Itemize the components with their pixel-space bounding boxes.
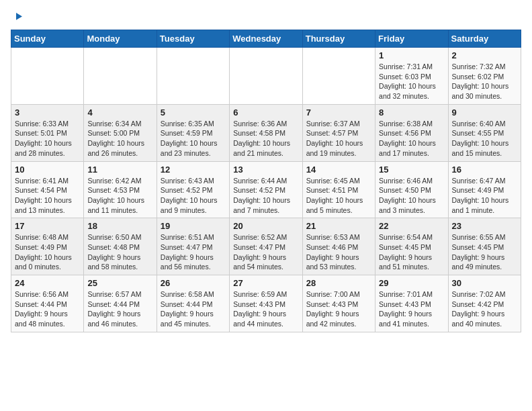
calendar-day-11: 11Sunrise: 6:42 AMSunset: 4:53 PMDayligh… <box>84 161 157 218</box>
calendar-day-8: 8Sunrise: 6:38 AMSunset: 4:56 PMDaylight… <box>375 104 448 161</box>
day-number: 30 <box>452 278 517 288</box>
calendar-day-16: 16Sunrise: 6:47 AMSunset: 4:49 PMDayligh… <box>448 161 521 218</box>
day-info: Sunrise: 7:31 AMSunset: 6:03 PMDaylight:… <box>379 62 444 101</box>
day-info: Sunrise: 6:38 AMSunset: 4:56 PMDaylight:… <box>379 119 444 158</box>
calendar-day-28: 28Sunrise: 7:00 AMSunset: 4:43 PMDayligh… <box>302 275 375 332</box>
day-info: Sunrise: 6:57 AMSunset: 4:44 PMDaylight:… <box>87 289 152 329</box>
day-info: Sunrise: 6:34 AMSunset: 5:00 PMDaylight:… <box>87 119 152 158</box>
day-number: 12 <box>161 165 226 175</box>
day-info: Sunrise: 6:37 AMSunset: 4:57 PMDaylight:… <box>306 119 371 158</box>
day-number: 22 <box>379 221 444 231</box>
empty-cell <box>11 48 84 105</box>
day-number: 8 <box>379 107 444 118</box>
calendar-day-6: 6Sunrise: 6:36 AMSunset: 4:58 PMDaylight… <box>230 104 302 161</box>
day-info: Sunrise: 6:42 AMSunset: 4:53 PMDaylight:… <box>87 176 152 216</box>
day-number: 20 <box>233 221 298 231</box>
day-info: Sunrise: 6:48 AMSunset: 4:49 PMDaylight:… <box>15 232 80 272</box>
calendar-week-3: 10Sunrise: 6:41 AMSunset: 4:54 PMDayligh… <box>11 161 521 218</box>
day-number: 21 <box>306 221 371 231</box>
day-number: 28 <box>306 278 371 288</box>
day-info: Sunrise: 6:55 AMSunset: 4:45 PMDaylight:… <box>452 232 517 272</box>
calendar-day-12: 12Sunrise: 6:43 AMSunset: 4:52 PMDayligh… <box>157 161 229 218</box>
logo <box>11 11 24 23</box>
weekday-header-sunday: Sunday <box>11 30 84 48</box>
calendar-day-10: 10Sunrise: 6:41 AMSunset: 4:54 PMDayligh… <box>11 161 84 218</box>
day-number: 23 <box>452 221 517 231</box>
day-number: 24 <box>15 278 80 288</box>
day-info: Sunrise: 7:01 AMSunset: 4:43 PMDaylight:… <box>379 289 444 329</box>
empty-cell <box>302 48 375 105</box>
weekday-header-row: SundayMondayTuesdayWednesdayThursdayFrid… <box>11 30 521 48</box>
day-number: 14 <box>306 165 371 175</box>
day-info: Sunrise: 6:52 AMSunset: 4:47 PMDaylight:… <box>233 232 298 272</box>
empty-cell <box>157 48 229 105</box>
day-number: 25 <box>87 278 152 288</box>
day-number: 2 <box>452 50 517 60</box>
calendar-day-18: 18Sunrise: 6:50 AMSunset: 4:48 PMDayligh… <box>84 218 157 275</box>
calendar-day-29: 29Sunrise: 7:01 AMSunset: 4:43 PMDayligh… <box>375 275 448 332</box>
calendar-day-14: 14Sunrise: 6:45 AMSunset: 4:51 PMDayligh… <box>302 161 375 218</box>
calendar-week-4: 17Sunrise: 6:48 AMSunset: 4:49 PMDayligh… <box>11 218 521 275</box>
day-info: Sunrise: 7:32 AMSunset: 6:02 PMDaylight:… <box>452 62 517 101</box>
calendar-day-2: 2Sunrise: 7:32 AMSunset: 6:02 PMDaylight… <box>448 48 521 105</box>
day-info: Sunrise: 6:46 AMSunset: 4:50 PMDaylight:… <box>379 176 444 216</box>
weekday-header-saturday: Saturday <box>448 30 521 48</box>
calendar-table: SundayMondayTuesdayWednesdayThursdayFrid… <box>11 30 521 332</box>
weekday-header-wednesday: Wednesday <box>230 30 302 48</box>
day-number: 19 <box>161 221 226 231</box>
calendar-day-5: 5Sunrise: 6:35 AMSunset: 4:59 PMDaylight… <box>157 104 229 161</box>
day-number: 7 <box>306 107 371 118</box>
weekday-header-monday: Monday <box>84 30 157 48</box>
day-info: Sunrise: 6:53 AMSunset: 4:46 PMDaylight:… <box>306 232 371 272</box>
day-number: 17 <box>15 221 80 231</box>
day-number: 3 <box>15 107 80 118</box>
calendar-day-3: 3Sunrise: 6:33 AMSunset: 5:01 PMDaylight… <box>11 104 84 161</box>
day-info: Sunrise: 6:50 AMSunset: 4:48 PMDaylight:… <box>87 232 152 272</box>
day-info: Sunrise: 6:58 AMSunset: 4:44 PMDaylight:… <box>161 289 226 329</box>
day-info: Sunrise: 6:41 AMSunset: 4:54 PMDaylight:… <box>15 176 80 216</box>
day-info: Sunrise: 6:54 AMSunset: 4:45 PMDaylight:… <box>379 232 444 272</box>
calendar-day-24: 24Sunrise: 6:56 AMSunset: 4:44 PMDayligh… <box>11 275 84 332</box>
day-info: Sunrise: 6:56 AMSunset: 4:44 PMDaylight:… <box>15 289 80 329</box>
calendar-day-22: 22Sunrise: 6:54 AMSunset: 4:45 PMDayligh… <box>375 218 448 275</box>
calendar-day-20: 20Sunrise: 6:52 AMSunset: 4:47 PMDayligh… <box>230 218 302 275</box>
calendar-day-21: 21Sunrise: 6:53 AMSunset: 4:46 PMDayligh… <box>302 218 375 275</box>
day-info: Sunrise: 7:02 AMSunset: 4:42 PMDaylight:… <box>452 289 517 329</box>
day-number: 18 <box>87 221 152 231</box>
day-info: Sunrise: 6:36 AMSunset: 4:58 PMDaylight:… <box>233 119 298 158</box>
day-number: 4 <box>87 107 152 118</box>
calendar-day-1: 1Sunrise: 7:31 AMSunset: 6:03 PMDaylight… <box>375 48 448 105</box>
day-number: 6 <box>233 107 298 118</box>
day-number: 27 <box>233 278 298 288</box>
day-info: Sunrise: 6:35 AMSunset: 4:59 PMDaylight:… <box>161 119 226 158</box>
day-info: Sunrise: 6:43 AMSunset: 4:52 PMDaylight:… <box>161 176 226 216</box>
day-info: Sunrise: 6:33 AMSunset: 5:01 PMDaylight:… <box>15 119 80 158</box>
day-number: 29 <box>379 278 444 288</box>
day-number: 5 <box>161 107 226 118</box>
day-number: 13 <box>233 165 298 175</box>
day-number: 1 <box>379 50 444 60</box>
day-info: Sunrise: 7:00 AMSunset: 4:43 PMDaylight:… <box>306 289 371 329</box>
logo-icon <box>12 11 24 23</box>
day-number: 9 <box>452 107 517 118</box>
calendar-day-27: 27Sunrise: 6:59 AMSunset: 4:43 PMDayligh… <box>230 275 302 332</box>
day-number: 16 <box>452 165 517 175</box>
page: SundayMondayTuesdayWednesdayThursdayFrid… <box>0 0 532 339</box>
empty-cell <box>230 48 302 105</box>
weekday-header-friday: Friday <box>375 30 448 48</box>
calendar-day-7: 7Sunrise: 6:37 AMSunset: 4:57 PMDaylight… <box>302 104 375 161</box>
calendar-day-30: 30Sunrise: 7:02 AMSunset: 4:42 PMDayligh… <box>448 275 521 332</box>
day-number: 10 <box>15 165 80 175</box>
calendar-day-4: 4Sunrise: 6:34 AMSunset: 5:00 PMDaylight… <box>84 104 157 161</box>
weekday-header-tuesday: Tuesday <box>157 30 229 48</box>
svg-marker-0 <box>16 13 22 20</box>
day-number: 11 <box>87 165 152 175</box>
day-info: Sunrise: 6:44 AMSunset: 4:52 PMDaylight:… <box>233 176 298 216</box>
calendar-day-17: 17Sunrise: 6:48 AMSunset: 4:49 PMDayligh… <box>11 218 84 275</box>
header <box>11 11 521 23</box>
empty-cell <box>84 48 157 105</box>
calendar-day-19: 19Sunrise: 6:51 AMSunset: 4:47 PMDayligh… <box>157 218 229 275</box>
weekday-header-thursday: Thursday <box>302 30 375 48</box>
day-number: 15 <box>379 165 444 175</box>
day-info: Sunrise: 6:51 AMSunset: 4:47 PMDaylight:… <box>161 232 226 272</box>
